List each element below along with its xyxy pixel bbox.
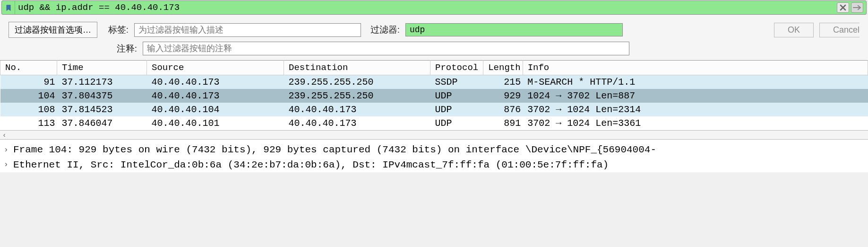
col-header-protocol[interactable]: Protocol [430, 61, 483, 75]
filter-value-input[interactable] [405, 23, 623, 36]
label-filter: 过滤器: [367, 24, 400, 36]
cancel-button[interactable]: Cancel [819, 23, 859, 37]
cell-info: 3702 → 1024 Len=2314 [523, 103, 868, 116]
cell-no: 108 [0, 103, 57, 116]
col-header-time[interactable]: Time [57, 61, 147, 75]
filter-button-prefs-button[interactable]: 过滤器按钮首选项… [9, 22, 97, 38]
cell-length: 876 [483, 103, 523, 116]
detail-text: Ethernet II, Src: IntelCor_da:0b:6a (34:… [13, 158, 609, 173]
label-comment: 注释: [112, 43, 137, 55]
cell-source: 40.40.40.104 [147, 103, 284, 116]
packet-detail-pane: › Frame 104: 929 bytes on wire (7432 bit… [0, 140, 868, 172]
packet-list-hscrollbar[interactable]: ‹ [0, 130, 868, 140]
cell-protocol: SSDP [430, 75, 483, 89]
cell-info: M-SEARCH * HTTP/1.1 [523, 75, 868, 89]
cell-destination: 40.40.40.173 [284, 103, 430, 116]
apply-filter-button[interactable] [851, 2, 863, 13]
packet-list-table: No. Time Source Destination Protocol Len… [0, 60, 868, 130]
packet-list-header: No. Time Source Destination Protocol Len… [0, 61, 868, 75]
tag-input[interactable] [134, 23, 361, 37]
cell-info: 1024 → 3702 Len=887 [523, 89, 868, 103]
filter-button-toolbar: 过滤器按钮首选项… 标签: 过滤器: OK Cancel 注释: [0, 15, 868, 60]
cell-protocol: UDP [430, 89, 483, 103]
cell-time: 37.846047 [57, 116, 147, 130]
cell-source: 40.40.40.101 [147, 116, 284, 130]
comment-input[interactable] [143, 42, 629, 55]
cell-time: 37.814523 [57, 103, 147, 116]
cell-no: 104 [0, 89, 57, 103]
cell-protocol: UDP [430, 103, 483, 116]
cell-length: 215 [483, 75, 523, 89]
table-row[interactable]: 10837.81452340.40.40.10440.40.40.173UDP8… [0, 103, 868, 116]
col-header-length[interactable]: Length [483, 61, 523, 75]
table-row[interactable]: 10437.80437540.40.40.173239.255.255.250U… [0, 89, 868, 103]
table-row[interactable]: 11337.84604740.40.40.10140.40.40.173UDP8… [0, 116, 868, 130]
cell-destination: 40.40.40.173 [284, 116, 430, 130]
ok-button[interactable]: OK [774, 23, 814, 37]
cell-info: 3702 → 1024 Len=3361 [523, 116, 868, 130]
detail-frame-line[interactable]: › Frame 104: 929 bytes on wire (7432 bit… [4, 142, 864, 158]
cell-time: 37.804375 [57, 89, 147, 103]
cell-protocol: UDP [430, 116, 483, 130]
cell-length: 891 [483, 116, 523, 130]
cell-time: 37.112173 [57, 75, 147, 89]
scroll-left-icon: ‹ [1, 132, 8, 138]
col-header-destination[interactable]: Destination [284, 61, 430, 75]
table-row[interactable]: 9137.11217340.40.40.173239.255.255.250SS… [0, 75, 868, 89]
label-tag: 标签: [103, 24, 129, 36]
expander-icon[interactable]: › [4, 159, 10, 170]
detail-ethernet-line[interactable]: › Ethernet II, Src: IntelCor_da:0b:6a (3… [4, 158, 864, 173]
bookmark-icon[interactable] [2, 1, 15, 14]
display-filter-bar [1, 0, 867, 15]
cell-no: 113 [0, 116, 57, 130]
clear-filter-button[interactable] [837, 2, 849, 13]
cell-source: 40.40.40.173 [147, 75, 284, 89]
col-header-info[interactable]: Info [523, 61, 868, 75]
col-header-source[interactable]: Source [147, 61, 284, 75]
cell-source: 40.40.40.173 [147, 89, 284, 103]
display-filter-input[interactable] [15, 1, 834, 14]
cell-length: 929 [483, 89, 523, 103]
cell-destination: 239.255.255.250 [284, 75, 430, 89]
cell-destination: 239.255.255.250 [284, 89, 430, 103]
detail-text: Frame 104: 929 bytes on wire (7432 bits)… [13, 142, 656, 158]
cell-no: 91 [0, 75, 57, 89]
col-header-no[interactable]: No. [0, 61, 57, 75]
expander-icon[interactable]: › [4, 144, 10, 156]
